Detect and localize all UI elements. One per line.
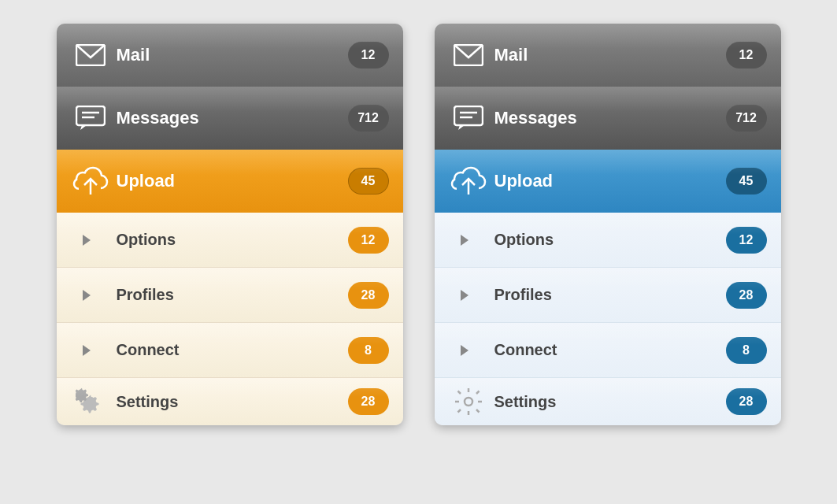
messages-item[interactable]: Messages 712 [57,87,403,150]
messages-badge-blue: 712 [726,105,767,132]
messages-item-blue[interactable]: Messages 712 [435,87,781,150]
messages-icon [76,106,106,131]
messages-icon-area-blue [449,106,488,131]
svg-rect-9 [454,106,483,125]
messages-badge: 712 [348,105,389,132]
connect-badge-blue: 8 [726,337,767,364]
gear-icon [76,387,106,417]
upload-item-blue[interactable]: Upload 45 [435,150,781,213]
gear-icon [454,387,483,417]
upload-icon-area-blue [449,166,488,196]
profiles-chevron-area [71,290,110,301]
upload-badge-blue: 45 [726,168,767,195]
settings-item[interactable]: Settings 28 [57,378,403,425]
chevron-right-icon [83,345,91,356]
chevron-right-icon [83,235,91,246]
messages-label-blue: Messages [494,108,726,128]
profiles-badge-blue: 28 [726,282,767,309]
svg-line-20 [476,410,480,413]
cloud-upload-icon [72,166,109,196]
profiles-badge: 28 [348,282,389,309]
connect-chevron-area-blue [449,345,488,356]
connect-chevron-area [71,345,110,356]
connect-label-blue: Connect [494,341,726,359]
settings-label-blue: Settings [494,393,726,411]
options-item[interactable]: Options 12 [57,213,403,268]
settings-badge-blue: 28 [726,388,767,415]
mail-label: Mail [117,45,348,65]
chevron-right-icon [83,290,91,301]
mail-label-blue: Mail [494,45,726,65]
mail-icon-area [71,44,110,66]
settings-label: Settings [117,393,348,411]
upload-label: Upload [117,171,348,191]
orange-panel: Mail 12 Messages 712 Upload 45 [57,24,403,425]
chevron-right-icon [461,345,468,356]
blue-panel: Mail 12 Messages 712 Upload 45 [435,24,781,425]
svg-line-22 [457,410,461,413]
mail-badge-blue: 12 [726,42,767,69]
messages-icon-area [71,106,110,131]
profiles-label: Profiles [117,286,348,304]
upload-icon-area [71,166,110,196]
options-label-blue: Options [494,231,726,249]
cloud-upload-icon [450,166,487,196]
mail-item-blue[interactable]: Mail 12 [435,24,781,87]
svg-line-21 [476,391,480,395]
upload-badge: 45 [348,168,389,195]
connect-item[interactable]: Connect 8 [57,323,403,378]
chevron-right-icon [461,235,468,246]
mail-icon-area-blue [449,44,488,66]
options-chevron-area [71,235,110,246]
mail-badge: 12 [348,42,389,69]
svg-rect-1 [76,106,105,125]
profiles-item-blue[interactable]: Profiles 28 [435,268,781,323]
upload-label-blue: Upload [494,171,726,191]
options-label: Options [117,231,348,249]
profiles-label-blue: Profiles [494,286,726,304]
profiles-chevron-area-blue [449,290,488,301]
connect-badge: 8 [348,337,389,364]
chevron-right-icon [461,290,468,301]
mail-item[interactable]: Mail 12 [57,24,403,87]
svg-line-19 [457,391,461,395]
options-badge: 12 [348,227,389,254]
settings-icon-area-blue [449,387,488,417]
messages-icon [454,106,483,131]
profiles-item[interactable]: Profiles 28 [57,268,403,323]
options-item-blue[interactable]: Options 12 [435,213,781,268]
upload-item[interactable]: Upload 45 [57,150,403,213]
settings-badge: 28 [348,388,389,415]
svg-point-14 [465,398,472,406]
connect-label: Connect [117,341,348,359]
settings-item-blue[interactable]: Settings 28 [435,378,781,425]
mail-icon [454,44,483,66]
options-badge-blue: 12 [726,227,767,254]
messages-label: Messages [117,108,348,128]
options-chevron-area-blue [449,235,488,246]
mail-icon [76,44,106,66]
connect-item-blue[interactable]: Connect 8 [435,323,781,378]
settings-icon-area [71,387,110,417]
